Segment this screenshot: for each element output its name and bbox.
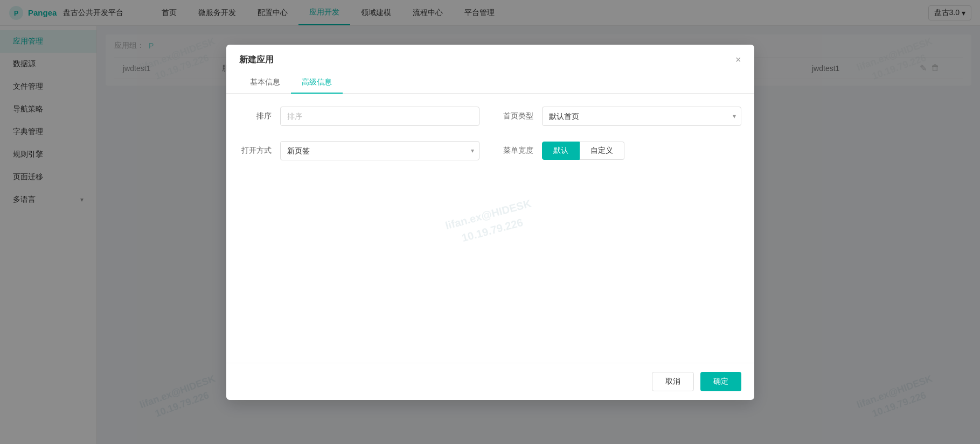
sort-label: 排序 <box>239 111 272 121</box>
homepage-type-label: 首页类型 <box>501 111 533 121</box>
modal-footer: 取消 确定 <box>226 363 754 400</box>
homepage-type-select-wrap: 默认首页 自定义首页 ▾ <box>542 107 741 126</box>
modal-tabs: 基本信息 高级信息 <box>226 72 754 94</box>
cancel-button[interactable]: 取消 <box>652 372 694 391</box>
form-row-2: 打开方式 新页签 当前页 弹窗 ▾ 菜单宽度 默认 <box>239 141 741 160</box>
modal-header: 新建应用 × <box>226 45 754 66</box>
form-field-homepage-type: 首页类型 默认首页 自定义首页 ▾ <box>501 107 741 126</box>
open-mode-label: 打开方式 <box>239 146 272 156</box>
menu-width-label: 菜单宽度 <box>501 146 533 156</box>
homepage-type-select[interactable]: 默认首页 自定义首页 <box>542 107 741 126</box>
sort-input[interactable] <box>280 107 479 126</box>
open-mode-select-wrap: 新页签 当前页 弹窗 ▾ <box>280 141 479 160</box>
open-mode-select[interactable]: 新页签 当前页 弹窗 <box>280 141 479 160</box>
form-row-1: 排序 首页类型 默认首页 自定义首页 ▾ <box>239 107 741 126</box>
form-field-sort: 排序 <box>239 107 479 126</box>
menu-width-custom-button[interactable]: 自定义 <box>580 142 624 160</box>
modal-title: 新建应用 <box>239 54 274 66</box>
modal-overlay: 新建应用 × 基本信息 高级信息 排序 首页类型 <box>0 0 980 444</box>
tab-basic-info[interactable]: 基本信息 <box>239 72 291 94</box>
tab-advanced-info[interactable]: 高级信息 <box>291 72 343 94</box>
menu-width-group: 默认 自定义 <box>542 142 624 160</box>
modal-body: 排序 首页类型 默认首页 自定义首页 ▾ <box>226 94 754 363</box>
form-field-open-mode: 打开方式 新页签 当前页 弹窗 ▾ <box>239 141 479 160</box>
confirm-button[interactable]: 确定 <box>700 372 741 391</box>
form-field-menu-width: 菜单宽度 默认 自定义 <box>501 142 741 160</box>
menu-width-default-button[interactable]: 默认 <box>542 142 580 160</box>
modal-watermark: lifan.ex@HIDESK10.19.79.226 <box>443 195 537 249</box>
modal-close-button[interactable]: × <box>735 55 741 65</box>
new-app-modal: 新建应用 × 基本信息 高级信息 排序 首页类型 <box>226 45 754 400</box>
